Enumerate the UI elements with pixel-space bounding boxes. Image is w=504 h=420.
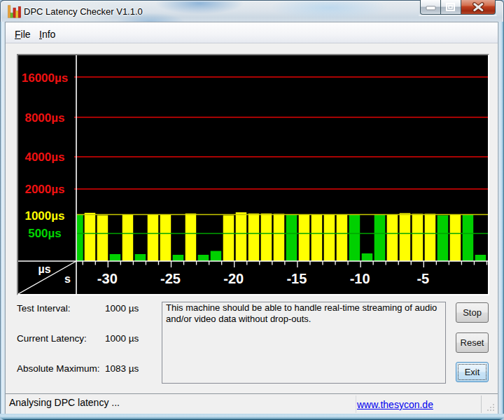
svg-text:-25: -25	[160, 271, 181, 286]
svg-text:500µs: 500µs	[28, 227, 62, 240]
svg-text:8000µs: 8000µs	[24, 111, 64, 125]
svg-text:µs: µs	[38, 263, 50, 275]
svg-text:-10: -10	[350, 271, 370, 286]
svg-text:s: s	[64, 273, 71, 285]
svg-text:-15: -15	[286, 271, 307, 286]
svg-text:2000µs: 2000µs	[24, 183, 64, 196]
svg-text:4000µs: 4000µs	[24, 150, 64, 164]
svg-text:16000µs: 16000µs	[22, 71, 69, 85]
svg-text:-5: -5	[416, 271, 429, 286]
svg-text:-30: -30	[97, 271, 118, 286]
svg-text:-20: -20	[223, 271, 244, 286]
svg-text:1000µs: 1000µs	[24, 209, 64, 223]
